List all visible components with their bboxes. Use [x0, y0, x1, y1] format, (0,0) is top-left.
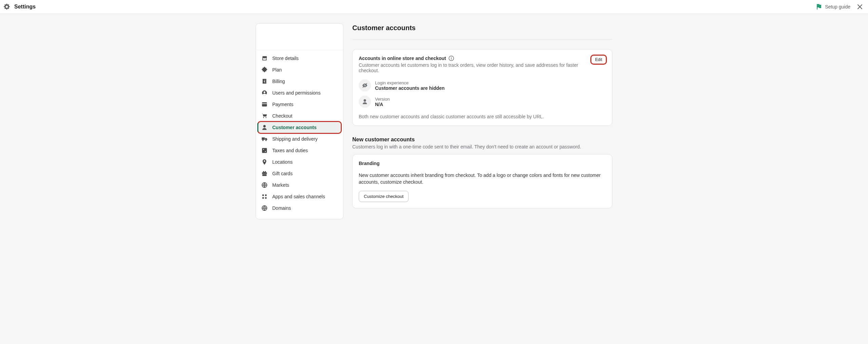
version-label: Version	[375, 97, 390, 102]
sidebar-item-shipping-and-delivery[interactable]: Shipping and delivery	[258, 133, 341, 145]
cart-icon	[261, 113, 268, 119]
sidebar-item-label: Apps and sales channels	[272, 194, 325, 199]
version-row: Version N/A	[359, 96, 606, 108]
gear-icon	[3, 3, 10, 10]
header-title: Settings	[14, 4, 36, 10]
sidebar-item-label: Markets	[272, 182, 289, 188]
puzzle-icon	[261, 67, 268, 73]
sidebar-item-store-details[interactable]: Store details	[258, 53, 341, 64]
login-experience-value: Customer accounts are hidden	[375, 85, 445, 91]
percent-icon	[261, 147, 268, 154]
sidebar-item-gift-cards[interactable]: Gift cards	[258, 168, 341, 179]
accounts-card-footnote: Both new customer accounts and classic c…	[359, 114, 606, 119]
flag-icon	[815, 3, 822, 10]
person-icon	[261, 124, 268, 130]
setup-guide-label: Setup guide	[825, 4, 850, 9]
store-icon	[261, 55, 268, 61]
settings-header: Settings Setup guide	[0, 0, 868, 14]
pin-icon	[261, 159, 268, 165]
branding-body: New customer accounts inherit branding f…	[359, 172, 606, 185]
sidebar-item-label: Plan	[272, 67, 282, 73]
sidebar-item-label: Checkout	[272, 113, 292, 119]
sidebar-item-locations[interactable]: Locations	[258, 156, 341, 168]
sidebar-item-payments[interactable]: Payments	[258, 99, 341, 110]
sidebar-item-taxes-and-duties[interactable]: Taxes and duties	[258, 145, 341, 156]
globe-icon	[261, 182, 268, 188]
setup-guide-link[interactable]: Setup guide	[815, 3, 850, 10]
edit-button[interactable]: Edit	[591, 56, 606, 64]
sidebar-item-label: Customer accounts	[272, 125, 317, 130]
sidebar-item-label: Locations	[272, 159, 293, 165]
branding-title: Branding	[359, 161, 606, 166]
login-experience-row: Login experience Customer accounts are h…	[359, 79, 606, 92]
settings-sidebar: Store detailsPlanBillingUsers and permis…	[256, 23, 343, 219]
branding-card: Branding New customer accounts inherit b…	[352, 154, 612, 208]
accounts-card: Accounts in online store and checkout Cu…	[352, 49, 612, 126]
eye-off-icon	[359, 79, 371, 92]
sidebar-item-plan[interactable]: Plan	[258, 64, 341, 76]
sidebar-item-label: Billing	[272, 79, 285, 84]
sidebar-item-label: Domains	[272, 205, 291, 211]
sidebar-item-users-and-permissions[interactable]: Users and permissions	[258, 87, 341, 99]
new-accounts-title: New customer accounts	[352, 137, 612, 143]
person-icon	[359, 96, 371, 108]
domain-icon	[261, 205, 268, 211]
info-icon[interactable]	[449, 56, 454, 61]
sidebar-item-label: Taxes and duties	[272, 148, 308, 153]
sidebar-item-label: Shipping and delivery	[272, 136, 318, 142]
new-accounts-subtitle: Customers log in with a one-time code se…	[352, 144, 612, 149]
sidebar-item-label: Payments	[272, 102, 293, 107]
accounts-card-title: Accounts in online store and checkout	[359, 56, 446, 61]
customize-checkout-button[interactable]: Customize checkout	[359, 191, 409, 202]
gift-icon	[261, 170, 268, 177]
close-icon[interactable]	[856, 3, 863, 10]
card-icon	[261, 101, 268, 107]
version-value: N/A	[375, 102, 390, 107]
sidebar-item-checkout[interactable]: Checkout	[258, 110, 341, 122]
user-circle-icon	[261, 90, 268, 96]
accounts-card-subtitle: Customer accounts let customers log in t…	[359, 62, 587, 73]
sidebar-item-label: Store details	[272, 56, 299, 61]
sidebar-item-billing[interactable]: Billing	[258, 76, 341, 87]
apps-icon	[261, 194, 268, 200]
receipt-icon	[261, 78, 268, 84]
sidebar-item-markets[interactable]: Markets	[258, 179, 341, 191]
login-experience-label: Login experience	[375, 80, 445, 85]
sidebar-item-customer-accounts[interactable]: Customer accounts	[258, 122, 341, 133]
new-accounts-section: New customer accounts Customers log in w…	[352, 137, 612, 149]
sidebar-item-domains[interactable]: Domains	[258, 202, 341, 214]
sidebar-item-apps-and-sales-channels[interactable]: Apps and sales channels	[258, 191, 341, 202]
sidebar-item-label: Users and permissions	[272, 90, 320, 96]
page-title: Customer accounts	[352, 23, 612, 40]
sidebar-item-label: Gift cards	[272, 171, 293, 176]
sidebar-store-tile	[256, 24, 343, 50]
truck-icon	[261, 136, 268, 142]
